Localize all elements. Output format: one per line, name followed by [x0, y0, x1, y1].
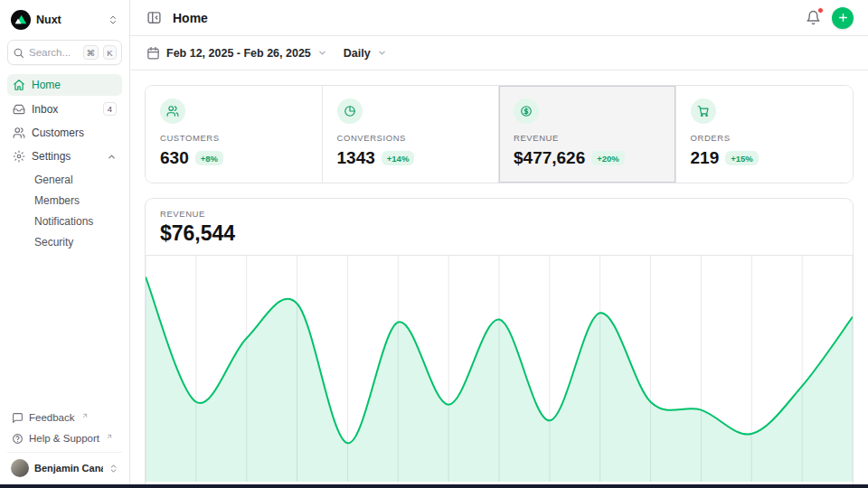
stat-card-conversions[interactable]: CONVERSIONS 1343 +14% — [323, 86, 500, 183]
stat-label: CUSTOMERS — [160, 133, 307, 143]
chart-metric-label: REVENUE — [160, 209, 838, 219]
page-title: Home — [173, 11, 795, 25]
sidebar-item-security[interactable]: Security — [7, 232, 122, 252]
stat-card-customers[interactable]: CUSTOMERS 630 +8% — [146, 86, 323, 183]
granularity-label: Daily — [344, 47, 371, 60]
external-link-icon — [106, 433, 113, 440]
add-button[interactable] — [832, 7, 854, 29]
stat-value: $477,626 — [514, 148, 585, 168]
nuxt-logo — [11, 10, 31, 30]
avatar — [11, 459, 29, 477]
sidebar-footer: Feedback Help & Support — [7, 408, 122, 448]
chevron-down-icon — [377, 48, 387, 58]
page-header: Home — [130, 0, 868, 36]
sidebar: Nuxt ⌘ K Home Inbo — [0, 0, 130, 484]
panel-left-icon — [146, 10, 162, 25]
nav-label: Inbox — [32, 103, 97, 116]
nav-label: Settings — [32, 150, 100, 163]
user-name: Benjamin Canac — [34, 463, 103, 474]
revenue-chart-svg — [146, 256, 853, 482]
chevrons-up-down-icon — [108, 14, 118, 25]
pie-chart-icon — [337, 99, 363, 124]
notification-dot — [817, 7, 824, 14]
date-range-picker[interactable]: Feb 12, 2025 - Feb 26, 2025 — [145, 42, 329, 63]
delta-badge: +15% — [725, 151, 759, 165]
users-icon — [160, 99, 185, 124]
sidebar-item-home[interactable]: Home — [7, 74, 122, 96]
help-support-link[interactable]: Help & Support — [7, 429, 122, 448]
inbox-icon — [13, 103, 25, 116]
delta-badge: +8% — [195, 151, 223, 165]
sidebar-nav: Home Inbox 4 Customers Settings — [7, 74, 122, 252]
chevron-up-icon — [107, 152, 117, 162]
notifications-button[interactable] — [804, 8, 823, 27]
chevron-down-icon — [317, 48, 327, 58]
sidebar-spacer — [7, 252, 122, 408]
stats-row: CUSTOMERS 630 +8% CONVERSIONS 1343 +14% — [145, 85, 854, 183]
filter-bar: Feb 12, 2025 - Feb 26, 2025 Daily — [130, 36, 868, 70]
sidebar-item-notifications[interactable]: Notifications — [7, 211, 122, 231]
workspace-name: Nuxt — [36, 14, 102, 26]
stat-label: ORDERS — [691, 133, 839, 143]
stat-value: 219 — [691, 148, 720, 168]
chevrons-up-down-icon — [108, 464, 118, 474]
revenue-chart[interactable] — [146, 256, 853, 482]
delta-badge: +20% — [591, 151, 625, 165]
app-window: Nuxt ⌘ K Home Inbo — [0, 0, 868, 484]
nav-label: Customers — [32, 127, 117, 139]
sidebar-item-settings[interactable]: Settings — [7, 145, 122, 167]
home-icon — [13, 79, 25, 91]
help-circle-icon — [12, 433, 24, 445]
nav-label: Home — [32, 79, 117, 91]
stat-label: REVENUE — [514, 133, 661, 143]
kbd-k: K — [103, 45, 117, 60]
circle-dollar-icon — [514, 99, 539, 124]
cart-icon — [691, 99, 716, 124]
sidebar-item-inbox[interactable]: Inbox 4 — [7, 98, 122, 120]
kbd-meta: ⌘ — [83, 45, 99, 60]
settings-subnav: General Members Notifications Security — [7, 170, 122, 252]
sidebar-item-general[interactable]: General — [7, 170, 122, 190]
sidebar-item-customers[interactable]: Customers — [7, 122, 122, 144]
gear-icon — [13, 150, 25, 163]
sidebar-toggle-button[interactable] — [145, 8, 164, 27]
feedback-label: Feedback — [29, 412, 75, 424]
content-area: CUSTOMERS 630 +8% CONVERSIONS 1343 +14% — [130, 70, 868, 484]
users-icon — [13, 127, 25, 139]
date-range-label: Feb 12, 2025 - Feb 26, 2025 — [166, 47, 311, 60]
workspace-switcher[interactable]: Nuxt — [7, 7, 122, 33]
stat-value: 1343 — [337, 148, 375, 168]
user-menu[interactable]: Benjamin Canac — [7, 452, 122, 479]
search-input[interactable] — [29, 47, 79, 58]
stat-value: 630 — [160, 148, 189, 168]
external-link-icon — [81, 412, 89, 419]
delta-badge: +14% — [382, 151, 415, 165]
plus-icon — [837, 12, 849, 23]
chart-metric-value: $76,544 — [160, 221, 838, 246]
stat-card-orders[interactable]: ORDERS 219 +15% — [676, 86, 854, 183]
search-box[interactable]: ⌘ K — [7, 40, 122, 65]
stat-card-revenue[interactable]: REVENUE $477,626 +20% — [499, 86, 676, 183]
feedback-link[interactable]: Feedback — [7, 408, 122, 427]
window-bottom-edge — [0, 484, 868, 488]
sidebar-item-members[interactable]: Members — [7, 191, 122, 211]
granularity-select[interactable]: Daily — [342, 43, 389, 63]
inbox-count-badge: 4 — [103, 102, 117, 116]
chart-header: REVENUE $76,544 — [146, 199, 853, 256]
calendar-icon — [146, 46, 160, 60]
revenue-chart-card: REVENUE $76,544 14 Feb16 Feb18 Feb20 Feb… — [145, 198, 854, 484]
search-icon — [13, 47, 24, 59]
help-support-label: Help & Support — [29, 433, 99, 445]
message-bubble-icon — [12, 412, 24, 424]
main-area: Home Feb 12, 2025 - Feb 26, 2025 — [130, 0, 868, 484]
stat-label: CONVERSIONS — [337, 133, 485, 143]
